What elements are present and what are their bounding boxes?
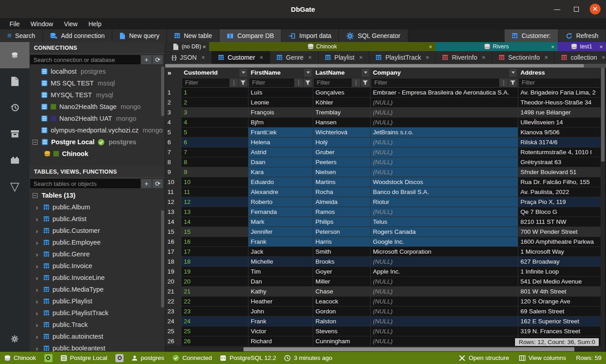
cell-firstname[interactable]: Frank bbox=[248, 317, 313, 326]
cell-customerid[interactable]: 20 bbox=[181, 277, 248, 287]
table-item[interactable]: ›public.MediaType bbox=[29, 284, 165, 295]
cell-customerid[interactable]: 13 bbox=[181, 207, 248, 217]
row-number[interactable]: 20 bbox=[165, 277, 181, 287]
cell-lastname[interactable]: Holý bbox=[313, 137, 371, 147]
grid-horizontal-scrollbar[interactable] bbox=[165, 347, 601, 352]
table-item[interactable]: ›public.Employee bbox=[29, 236, 165, 248]
cell-address[interactable]: 541 Del Medio Avenue bbox=[518, 277, 601, 287]
cell-customerid[interactable]: 19 bbox=[181, 267, 248, 277]
cell-customerid[interactable]: 7 bbox=[181, 147, 248, 157]
cell-customerid[interactable]: 4 bbox=[181, 118, 248, 128]
filter-menu-button[interactable]: ⋮ bbox=[295, 79, 303, 87]
file-tab-json[interactable]: {-}JSON× bbox=[165, 51, 212, 64]
cell-address[interactable]: 801 W 4th Street bbox=[518, 287, 601, 297]
toolbar-context-table-button[interactable]: Customer: bbox=[505, 29, 558, 42]
close-icon[interactable]: × bbox=[359, 54, 363, 61]
cell-address[interactable]: 1 Microsoft Way bbox=[518, 247, 601, 257]
column-header-lastname[interactable]: LastName bbox=[313, 68, 371, 78]
filter-input-lastname[interactable] bbox=[314, 79, 351, 87]
cell-lastname[interactable]: Leacock bbox=[313, 297, 371, 307]
cell-firstname[interactable]: Jack bbox=[248, 247, 313, 257]
table-item[interactable]: ›public.autoinctest bbox=[29, 331, 165, 342]
row-number[interactable]: 22 bbox=[165, 297, 181, 307]
cell-address[interactable]: 319 N. Frances Street bbox=[518, 326, 601, 336]
chevron-right-icon[interactable]: › bbox=[36, 274, 40, 282]
toolbar-refresh-button[interactable]: Refresh bbox=[558, 29, 606, 42]
chevron-right-icon[interactable]: › bbox=[36, 286, 40, 293]
cell-firstname[interactable]: Jennifer bbox=[248, 227, 313, 237]
cell-customerid[interactable]: 6 bbox=[181, 137, 248, 147]
cell-firstname[interactable]: Mark bbox=[248, 217, 313, 227]
cell-firstname[interactable]: Luís bbox=[248, 88, 313, 98]
cell-customerid[interactable]: 2 bbox=[181, 98, 248, 108]
chevron-right-icon[interactable]: › bbox=[36, 203, 40, 211]
status-view-columns[interactable]: View columns bbox=[519, 355, 566, 361]
cell-company[interactable]: (NULL) bbox=[371, 297, 518, 307]
cell-customerid[interactable]: 14 bbox=[181, 217, 248, 227]
cell-lastname[interactable]: Köhler bbox=[313, 98, 371, 108]
cell-firstname[interactable]: Fernanda bbox=[248, 207, 313, 217]
filter-funnel-button[interactable] bbox=[509, 79, 517, 87]
cell-customerid[interactable]: 1 bbox=[181, 88, 248, 98]
cell-company[interactable]: (NULL) bbox=[371, 167, 518, 177]
tables-search-input[interactable] bbox=[30, 179, 140, 188]
files-rail-item[interactable] bbox=[0, 68, 29, 95]
table-item[interactable]: ›public.PlaylistTrack bbox=[29, 307, 165, 319]
filter-rail-item[interactable]: ▽ bbox=[0, 173, 29, 199]
cell-company[interactable]: Apple Inc. bbox=[371, 267, 518, 277]
toolbar-search-button[interactable]: ≡Search bbox=[0, 29, 43, 42]
cell-firstname[interactable]: Franti□ek bbox=[248, 128, 313, 137]
cell-customerid[interactable]: 5 bbox=[181, 128, 248, 137]
menu-help[interactable]: Help bbox=[83, 19, 106, 28]
db-tab-rivers[interactable]: Rivers× bbox=[435, 42, 558, 51]
filter-input-customerid[interactable] bbox=[182, 79, 229, 87]
file-tab-customer[interactable]: Customer× bbox=[212, 51, 270, 64]
cell-firstname[interactable]: Bjřrn bbox=[248, 118, 313, 128]
filter-funnel-button[interactable] bbox=[304, 79, 312, 87]
column-dropdown-button[interactable] bbox=[239, 69, 247, 77]
column-header-company[interactable]: Company bbox=[371, 68, 518, 78]
chevron-right-icon[interactable]: › bbox=[36, 333, 40, 340]
cell-firstname[interactable]: Richard bbox=[248, 336, 313, 346]
cell-firstname[interactable]: Roberto bbox=[248, 197, 313, 207]
cell-firstname[interactable]: Victor bbox=[248, 326, 313, 336]
row-number[interactable]: 6 bbox=[165, 137, 181, 147]
cell-lastname[interactable]: Wichterlová bbox=[313, 128, 371, 137]
filter-input-company[interactable] bbox=[372, 79, 499, 87]
cell-firstname[interactable]: Helena bbox=[248, 137, 313, 147]
row-number[interactable]: 24 bbox=[165, 317, 181, 326]
connections-rail-item[interactable] bbox=[0, 42, 29, 68]
cell-company[interactable]: Telus bbox=[371, 217, 518, 227]
cell-lastname[interactable]: Peeters bbox=[313, 157, 371, 167]
status-3-minutes-ago[interactable]: 3 minutes ago bbox=[284, 354, 332, 362]
cell-lastname[interactable]: Philips bbox=[313, 217, 371, 227]
cell-firstname[interactable]: Astrid bbox=[248, 147, 313, 157]
close-icon[interactable]: × bbox=[308, 54, 312, 61]
db-tab-nodb[interactable]: (no DB)× bbox=[165, 42, 209, 51]
tables-group[interactable]: Tables (13) bbox=[29, 189, 165, 201]
cell-address[interactable]: 700 W Pender Street bbox=[518, 227, 601, 237]
cell-lastname[interactable]: Gonçalves bbox=[313, 88, 371, 98]
cell-address[interactable]: Klanova 9/506 bbox=[518, 128, 601, 137]
cell-address[interactable]: 627 Broadway bbox=[518, 257, 601, 267]
cell-firstname[interactable]: Heather bbox=[248, 297, 313, 307]
cell-lastname[interactable]: Hansen bbox=[313, 118, 371, 128]
table-item[interactable]: ›public.Album bbox=[29, 201, 165, 213]
close-icon[interactable]: × bbox=[429, 43, 432, 50]
cell-lastname[interactable]: Nielsen bbox=[313, 167, 371, 177]
close-icon[interactable]: × bbox=[551, 43, 554, 50]
add-connection-plus-button[interactable]: + bbox=[141, 55, 152, 64]
close-icon[interactable]: × bbox=[482, 54, 485, 61]
cell-firstname[interactable]: Tim bbox=[248, 267, 313, 277]
table-item[interactable]: ›public.InvoiceLine bbox=[29, 272, 165, 284]
row-number[interactable]: 17 bbox=[165, 247, 181, 257]
settings-rail-item[interactable] bbox=[0, 326, 29, 352]
file-tab-collection[interactable]: collection× bbox=[555, 51, 606, 64]
filter-input-firstname[interactable] bbox=[249, 79, 294, 87]
chevron-right-icon[interactable]: › bbox=[36, 345, 40, 352]
cell-lastname[interactable]: Miller bbox=[313, 277, 371, 287]
table-item[interactable]: ›public.Invoice bbox=[29, 260, 165, 272]
cell-address[interactable]: Qe 7 Bloco G bbox=[518, 207, 601, 217]
plugins-rail-item[interactable] bbox=[0, 147, 29, 173]
cell-customerid[interactable]: 17 bbox=[181, 247, 248, 257]
